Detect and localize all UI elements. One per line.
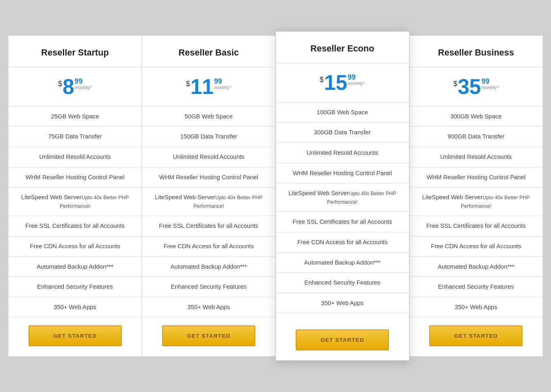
plan-feature-business-7: Automated Backup Addon*** [410,257,542,277]
plan-feature-econo-6: Free CDN Access for all Accounts [276,232,409,253]
plan-btn-section-econo: GET STARTED [276,321,409,360]
price-main-startup: 8 [62,76,74,97]
plan-header-startup: Reseller Startup [9,36,141,67]
plan-feature-startup-0: 25GB Web Space [9,107,141,127]
plan-price-business: $ 35 99 monthly* [453,76,499,97]
plan-feature-business-0: 300GB Web Space [410,107,542,127]
get-started-btn-basic[interactable]: GET STARTED [162,325,255,346]
plan-feature-basic-8: Enhanced Security Features [142,277,275,297]
plan-feature-startup-1: 75GB Data Transfer [9,127,141,147]
plan-feature-business-3: WHM Reseller Hosting Control Panel [410,167,542,188]
plan-feature-business-2: Unlimited Resold Accounts [410,147,542,167]
plan-price-section-basic: $ 11 99 monthly* [142,67,275,107]
plan-feature-econo-7: Automated Backup Addon*** [276,253,409,273]
plan-feature-basic-0: 50GB Web Space [142,107,275,127]
price-detail-startup: 99 monthly* [75,78,92,90]
plan-feature-startup-5: Free SSL Certificates for all Accounts [9,216,141,236]
plan-feature-startup-4: LiteSpeed Web ServerUpto 40x Better PHP … [9,187,141,216]
feature-text-business-4: LiteSpeed Web Server [422,194,483,200]
plan-feature-business-4: LiteSpeed Web ServerUpto 40x Better PHP … [410,187,542,216]
feature-text-startup-4: LiteSpeed Web Server [21,194,82,200]
price-main-econo: 15 [324,72,347,93]
plan-card-basic: Reseller Basic $ 11 99 monthly* 50GB Web… [142,36,275,357]
plan-price-econo: $ 15 99 monthly* [320,72,365,93]
plan-feature-basic-2: Unlimited Resold Accounts [142,147,275,167]
price-detail-basic: 99 monthly* [214,78,231,90]
price-main-business: 35 [458,76,481,97]
price-monthly-business: monthly* [482,85,499,90]
plan-feature-basic-4: LiteSpeed Web ServerUpto 40x Better PHP … [142,187,275,216]
get-started-btn-econo[interactable]: GET STARTED [296,330,389,350]
plan-feature-basic-9: 350+ Web Apps [142,297,275,318]
plan-btn-section-business: GET STARTED [410,317,542,356]
price-dollar-econo: $ [320,76,324,84]
plan-header-basic: Reseller Basic [142,36,275,67]
price-cents-business: 99 [482,78,490,85]
feature-text-econo-4: LiteSpeed Web Server [288,190,349,196]
plan-feature-econo-2: Unlimited Resold Accounts [276,143,409,163]
price-cents-basic: 99 [214,78,222,85]
plan-card-startup: Reseller Startup $ 8 99 monthly* 25GB We… [8,36,142,357]
plan-feature-business-9: 350+ Web Apps [410,297,542,318]
price-main-basic: 11 [190,76,214,97]
plan-title-basic: Reseller Basic [146,47,271,58]
plan-feature-econo-0: 100GB Web Space [276,102,409,123]
plan-feature-econo-4: LiteSpeed Web ServerUpto 40x Better PHP … [276,183,409,212]
price-cents-econo: 99 [348,74,356,81]
plan-price-section-business: $ 35 99 monthly* [410,67,542,107]
plan-feature-startup-2: Unlimited Resold Accounts [9,147,141,167]
plan-feature-econo-8: Enhanced Security Features [276,273,409,293]
plan-price-section-econo: $ 15 99 monthly* [276,63,409,102]
plan-title-startup: Reseller Startup [13,47,137,58]
plan-price-startup: $ 8 99 monthly* [58,76,92,97]
plan-header-business: Reseller Business [410,36,542,67]
plan-feature-business-8: Enhanced Security Features [410,277,542,297]
price-detail-econo: 99 monthly* [348,74,365,86]
plan-header-econo: Reseller Econo [276,32,409,63]
plan-feature-basic-3: WHM Reseller Hosting Control Panel [142,167,275,188]
price-monthly-basic: monthly* [214,85,231,90]
feature-text-basic-4: LiteSpeed Web Server [155,194,215,200]
plan-feature-startup-8: Enhanced Security Features [9,277,141,297]
plan-feature-business-5: Free SSL Certificates for all Accounts [410,216,542,236]
pricing-table: Reseller Startup $ 8 99 monthly* 25GB We… [8,36,543,357]
price-monthly-startup: monthly* [75,85,92,90]
price-dollar-basic: $ [186,80,190,88]
plan-card-business: Reseller Business $ 35 99 monthly* 300GB… [409,36,543,357]
plan-feature-econo-9: 350+ Web Apps [276,293,409,314]
plan-feature-startup-9: 350+ Web Apps [9,297,141,318]
plan-price-section-startup: $ 8 99 monthly* [9,67,141,107]
plan-price-basic: $ 11 99 monthly* [186,76,231,97]
plan-feature-basic-1: 150GB Data Transfer [142,127,275,147]
plan-card-econo: Reseller Econo $ 15 99 monthly* 100GB We… [276,31,409,361]
plan-title-econo: Reseller Econo [280,43,405,54]
plan-feature-econo-1: 300GB Data Transfer [276,122,409,143]
plan-feature-basic-7: Automated Backup Addon*** [142,257,275,277]
plan-feature-econo-3: WHM Reseller Hosting Control Panel [276,163,409,184]
plan-feature-econo-5: Free SSL Certificates for all Accounts [276,212,409,232]
price-dollar-business: $ [453,80,457,88]
price-detail-business: 99 monthly* [482,78,499,90]
plan-feature-startup-6: Free CDN Access for all Accounts [9,236,141,257]
price-cents-startup: 99 [75,78,83,85]
plan-feature-startup-3: WHM Reseller Hosting Control Panel [9,167,141,188]
plan-feature-business-1: 900GB Data Transfer [410,127,542,147]
price-monthly-econo: monthly* [348,81,365,86]
plan-feature-basic-6: Free CDN Access for all Accounts [142,236,275,257]
plan-btn-section-basic: GET STARTED [142,317,275,356]
plan-title-business: Reseller Business [414,47,538,58]
get-started-btn-startup[interactable]: GET STARTED [29,325,122,346]
get-started-btn-business[interactable]: GET STARTED [429,325,522,346]
plan-feature-business-6: Free CDN Access for all Accounts [410,236,542,257]
plan-feature-startup-7: Automated Backup Addon*** [9,257,141,277]
plan-btn-section-startup: GET STARTED [9,317,141,356]
plan-feature-basic-5: Free SSL Certificates for all Accounts [142,216,275,236]
price-dollar-startup: $ [58,80,62,88]
